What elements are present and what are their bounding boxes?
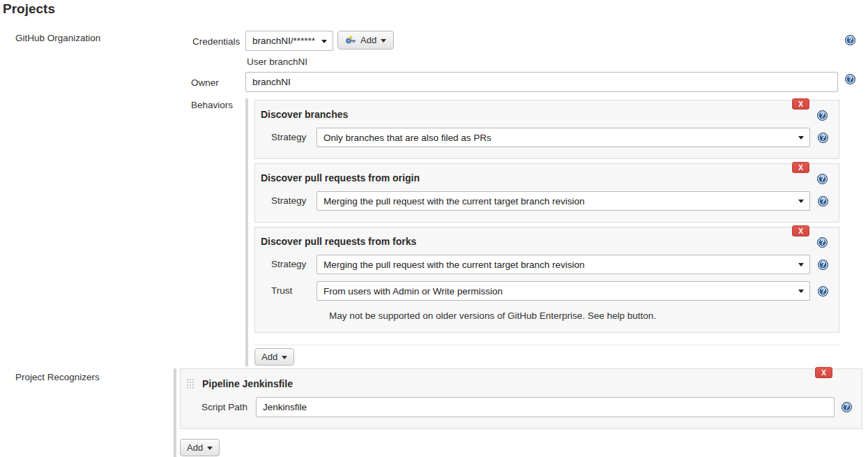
chevron-down-icon [798, 263, 804, 267]
recognizer-header: Pipeline Jenkinsfile [181, 377, 862, 389]
strategy-row: Strategy Merging the pull request with t… [255, 191, 839, 211]
recognizer-chunk-pipeline-jenkinsfile: X Pipeline Jenkinsfile Script Path ? [180, 368, 862, 429]
delete-recognizer-button[interactable]: X [815, 367, 832, 378]
strategy-select[interactable]: Only branches that are also filed as PRs [317, 128, 810, 147]
trust-select[interactable]: From users with Admin or Write permissio… [317, 281, 810, 301]
add-behavior-button[interactable]: Add [254, 348, 294, 366]
credentials-select-value: branchNI/****** [252, 36, 315, 46]
jenkins-config-page: Projects GitHub Organization Credentials… [0, 0, 868, 457]
project-recognizers-label: Project Recognizers [15, 372, 100, 382]
owner-label: Owner [191, 72, 245, 88]
script-path-input[interactable] [256, 397, 835, 417]
key-icon [345, 36, 356, 45]
help-icon[interactable]: ? [818, 196, 828, 207]
strategy-label: Strategy [271, 191, 317, 206]
credentials-label: Credentials [192, 31, 245, 47]
add-credentials-label: Add [360, 35, 376, 45]
credentials-description: User branchNI [247, 57, 307, 67]
drag-handle-icon[interactable] [186, 378, 195, 389]
behavior-title: Discover pull requests from origin [255, 172, 839, 183]
help-icon[interactable]: ? [845, 74, 855, 84]
script-path-row: Script Path ? [181, 397, 862, 417]
strategy-select-value: Only branches that are also filed as PRs [323, 133, 492, 143]
behaviors-section: X ? Discover branches Strategy Only bran… [245, 98, 839, 366]
help-icon[interactable]: ? [818, 133, 828, 143]
strategy-label: Strategy [271, 255, 317, 269]
strategy-label: Strategy [271, 128, 317, 142]
strategy-select[interactable]: Merging the pull request with the curren… [317, 255, 810, 274]
trust-note: May not be supported on older versions o… [329, 310, 839, 321]
strategy-select[interactable]: Merging the pull request with the curren… [317, 191, 810, 211]
help-icon[interactable]: ? [845, 35, 855, 45]
behavior-chunk-discover-branches: X ? Discover branches Strategy Only bran… [254, 100, 839, 159]
page-title: Projects [3, 1, 55, 17]
divider [254, 345, 839, 345]
project-recognizers-section: X Pipeline Jenkinsfile Script Path ? Add [174, 368, 862, 457]
behavior-chunk-discover-pr-forks: X ? Discover pull requests from forks St… [254, 227, 839, 333]
chevron-down-icon [798, 136, 804, 140]
delete-behavior-button[interactable]: X [792, 98, 809, 110]
help-icon[interactable]: ? [842, 402, 852, 412]
trust-select-value: From users with Admin or Write permissio… [323, 286, 503, 297]
add-credentials-button[interactable]: Add [337, 31, 394, 50]
strategy-select-value: Merging the pull request with the curren… [323, 260, 584, 270]
help-icon[interactable]: ? [818, 260, 828, 270]
chevron-down-icon [321, 40, 327, 43]
help-icon[interactable]: ? [817, 237, 828, 248]
trust-label: Trust [271, 281, 317, 296]
github-organization-label: GitHub Organization [15, 33, 100, 43]
strategy-select-value: Merging the pull request with the curren… [323, 196, 584, 207]
credentials-select[interactable]: branchNI/****** [245, 31, 333, 51]
strategy-row: Strategy Merging the pull request with t… [255, 255, 839, 274]
recognizer-title: Pipeline Jenkinsfile [202, 378, 293, 389]
strategy-row: Strategy Only branches that are also fil… [255, 128, 839, 147]
help-icon[interactable]: ? [817, 174, 828, 184]
trust-row: Trust From users with Admin or Write per… [255, 281, 839, 301]
help-icon[interactable]: ? [818, 286, 828, 297]
behavior-chunk-discover-pr-origin: X ? Discover pull requests from origin S… [254, 163, 839, 223]
chevron-down-icon [207, 447, 213, 450]
chevron-down-icon [282, 356, 287, 359]
add-behavior-label: Add [261, 352, 277, 362]
delete-behavior-button[interactable]: X [792, 162, 809, 173]
delete-behavior-button[interactable]: X [792, 225, 809, 237]
owner-row: Owner [191, 72, 838, 92]
behavior-title: Discover pull requests from forks [255, 236, 839, 247]
behavior-title: Discover branches [255, 109, 839, 120]
add-recognizer-label: Add [187, 442, 203, 453]
chevron-down-icon [798, 290, 804, 293]
help-icon[interactable]: ? [817, 110, 828, 121]
behaviors-label: Behaviors [191, 100, 233, 110]
add-recognizer-button[interactable]: Add [180, 439, 220, 456]
chevron-down-icon [798, 200, 804, 203]
credentials-row: Credentials branchNI/****** Add [192, 31, 394, 51]
chevron-down-icon [381, 39, 386, 43]
owner-input[interactable] [245, 72, 838, 92]
script-path-label: Script Path [201, 397, 256, 412]
